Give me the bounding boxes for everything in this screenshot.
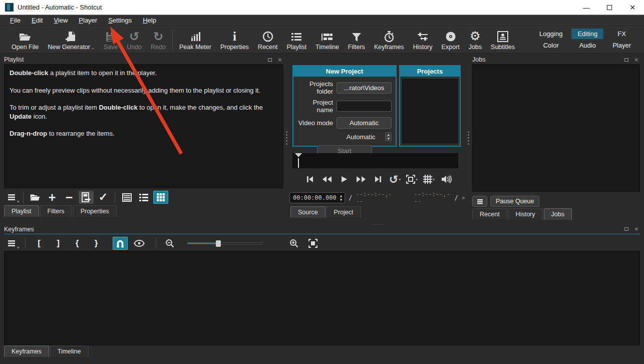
jobs-list[interactable] bbox=[472, 64, 640, 192]
peak-meter-button[interactable]: Peak Meter bbox=[175, 27, 216, 52]
tab-recent[interactable]: Recent bbox=[472, 208, 507, 220]
timeline-button[interactable]: Timeline bbox=[311, 27, 344, 52]
keyframes-zoom-slider[interactable] bbox=[187, 242, 262, 244]
playlist-float-button[interactable] bbox=[266, 57, 273, 63]
zoom-fit-keyframes-button[interactable] bbox=[305, 237, 320, 250]
minimize-button[interactable]: — bbox=[575, 0, 598, 15]
skip-to-end-button[interactable] bbox=[371, 172, 385, 187]
jobs-tab-bar: Recent History Jobs bbox=[472, 208, 640, 220]
recent-button[interactable]: Recent bbox=[253, 27, 282, 52]
open-file-button[interactable]: Open File bbox=[7, 27, 43, 52]
zoom-in-button[interactable] bbox=[286, 237, 301, 250]
layout-player-button[interactable]: Player bbox=[606, 40, 637, 51]
spinner-arrows-icon[interactable]: ▲▼ bbox=[385, 132, 392, 141]
playlist-update-button[interactable]: ✓ bbox=[96, 191, 111, 204]
keyframes-close-button[interactable]: ✕ bbox=[633, 226, 640, 232]
grid-button[interactable]: ▾ bbox=[422, 172, 436, 187]
playhead-icon[interactable] bbox=[295, 153, 302, 157]
menu-settings[interactable]: Settings bbox=[103, 16, 137, 25]
playlist-menu-button[interactable]: ▾ bbox=[4, 191, 19, 204]
zoom-out-button[interactable] bbox=[162, 237, 177, 250]
menu-edit[interactable]: Edit bbox=[27, 16, 48, 25]
history-button[interactable]: History bbox=[409, 27, 437, 52]
snap-magnet-button[interactable] bbox=[113, 237, 128, 250]
properties-button[interactable]: i Properties bbox=[216, 27, 253, 52]
video-mode-combobox[interactable]: Automatic ▲▼ bbox=[337, 132, 392, 141]
playlist-close-button[interactable]: ✕ bbox=[276, 57, 283, 63]
grid-dropdown-icon[interactable]: ▾ bbox=[433, 177, 435, 182]
layout-audio-button[interactable]: Audio bbox=[571, 40, 603, 51]
menu-file[interactable]: File bbox=[5, 16, 26, 25]
undo-button[interactable]: ↺ Undo bbox=[122, 27, 146, 52]
maximize-button[interactable] bbox=[598, 0, 621, 15]
playlist-open-as-clip-button[interactable] bbox=[79, 191, 94, 204]
jobs-button[interactable]: ⚙ Jobs bbox=[464, 27, 486, 52]
set-first-keyframe-button[interactable]: { bbox=[70, 237, 85, 250]
layout-logging-button[interactable]: Logging bbox=[533, 29, 568, 39]
keyframes-float-button[interactable] bbox=[623, 226, 630, 232]
pause-queue-button[interactable]: Pause Queue bbox=[490, 196, 539, 207]
rewind-button[interactable] bbox=[320, 172, 334, 187]
redo-button[interactable]: ↻ Redo bbox=[146, 27, 170, 52]
view-icons-button[interactable] bbox=[153, 191, 168, 204]
scrub-while-dragging-button[interactable] bbox=[132, 237, 147, 250]
view-tiles-button[interactable] bbox=[136, 191, 151, 204]
keyframes-button[interactable]: Keyframes bbox=[370, 27, 409, 52]
keyframes-timeline-area[interactable] bbox=[4, 251, 640, 345]
menu-player[interactable]: Player bbox=[74, 16, 102, 25]
open-file-icon bbox=[19, 30, 32, 42]
zoom-dropdown-icon[interactable]: ▾ bbox=[416, 177, 418, 182]
layout-editing-button[interactable]: Editing bbox=[571, 29, 603, 39]
view-details-button[interactable] bbox=[119, 191, 134, 204]
tab-timeline[interactable]: Timeline bbox=[50, 345, 89, 357]
tab-keyframes[interactable]: Keyframes bbox=[4, 345, 49, 357]
subtitles-button[interactable]: Subtitles bbox=[486, 27, 519, 52]
filters-button[interactable]: Filters bbox=[344, 27, 370, 52]
splitter-handle[interactable] bbox=[468, 131, 469, 133]
playlist-button[interactable]: Playlist bbox=[282, 27, 311, 52]
set-filter-start-button[interactable]: [ bbox=[32, 237, 47, 250]
tab-playlist[interactable]: Playlist bbox=[4, 205, 39, 217]
set-filter-end-button[interactable]: ] bbox=[51, 237, 66, 250]
fast-forward-button[interactable] bbox=[354, 172, 368, 187]
tab-jobs[interactable]: Jobs bbox=[544, 208, 572, 220]
seek-bar[interactable] bbox=[292, 153, 458, 168]
playlist-open-button[interactable] bbox=[28, 191, 43, 204]
projects-list[interactable] bbox=[402, 79, 458, 143]
layout-color-button[interactable]: Color bbox=[533, 40, 568, 51]
layout-fx-button[interactable]: FX bbox=[606, 29, 637, 39]
set-last-keyframe-button[interactable]: } bbox=[89, 237, 104, 250]
zoom-fit-button[interactable]: ▾ bbox=[405, 172, 419, 187]
play-button[interactable] bbox=[337, 172, 351, 187]
slider-handle[interactable] bbox=[216, 240, 221, 247]
export-button[interactable]: Export bbox=[437, 27, 464, 52]
projects-folder-button[interactable]: ...rator\Videos bbox=[337, 82, 392, 94]
tab-properties[interactable]: Properties bbox=[73, 205, 117, 217]
loop-dropdown-icon[interactable]: ▾ bbox=[399, 177, 401, 182]
playlist-remove-button[interactable]: − bbox=[62, 191, 77, 204]
splitter-handle[interactable] bbox=[286, 131, 287, 133]
menu-help[interactable]: Help bbox=[138, 16, 161, 25]
tab-source[interactable]: Source bbox=[290, 206, 326, 218]
close-button[interactable]: ✕ bbox=[621, 0, 644, 15]
bottom-tab-bar: Keyframes Timeline bbox=[4, 345, 89, 357]
menu-view[interactable]: View bbox=[49, 16, 73, 25]
toolbar-overflow-chevron[interactable]: » bbox=[462, 194, 465, 201]
jobs-float-button[interactable] bbox=[623, 57, 630, 63]
playlist-add-button[interactable]: + bbox=[45, 191, 60, 204]
jobs-menu-button[interactable] bbox=[472, 196, 487, 207]
skip-to-start-button[interactable] bbox=[303, 172, 317, 187]
new-generator-button[interactable]: New Generator⌄ bbox=[43, 27, 99, 52]
jobs-close-button[interactable]: ✕ bbox=[633, 57, 640, 63]
position-spinbox[interactable]: 00:00:00.000 ▲▼ bbox=[289, 192, 345, 203]
project-name-input[interactable] bbox=[337, 101, 392, 112]
video-mode-button[interactable]: Automatic bbox=[337, 117, 392, 129]
keyframes-menu-button[interactable]: ▾ bbox=[4, 237, 19, 250]
save-button[interactable]: Save bbox=[99, 27, 123, 52]
tab-history[interactable]: History bbox=[508, 208, 543, 220]
tab-project[interactable]: Project bbox=[327, 206, 361, 218]
volume-button[interactable] bbox=[439, 172, 453, 187]
position-spinner-icon[interactable]: ▲▼ bbox=[339, 194, 344, 202]
loop-button[interactable]: ↺▾ bbox=[388, 172, 402, 187]
tab-filters[interactable]: Filters bbox=[40, 205, 72, 217]
